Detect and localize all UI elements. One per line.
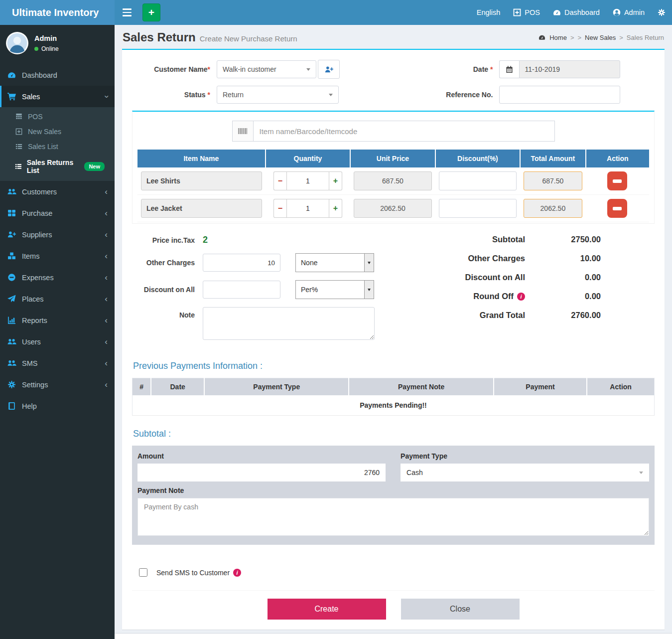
amount-label: Amount bbox=[137, 452, 386, 460]
sidebar-item-places[interactable]: Places ‹ bbox=[0, 288, 115, 310]
caret-down-icon bbox=[364, 281, 374, 299]
quick-add-button[interactable]: + bbox=[142, 3, 160, 21]
language-menu[interactable]: English bbox=[470, 0, 507, 25]
plus-square-icon bbox=[15, 128, 23, 135]
other-charges-input[interactable] bbox=[203, 254, 280, 272]
nav-pos-label: POS bbox=[525, 8, 540, 16]
date-label: Date * bbox=[424, 65, 499, 73]
discount-input[interactable] bbox=[439, 171, 517, 190]
qty-increase-button[interactable]: + bbox=[329, 171, 342, 190]
sidebar-item-settings[interactable]: Settings ‹ bbox=[0, 374, 115, 395]
nav-pos[interactable]: POS bbox=[507, 0, 546, 25]
sidebar-item-users[interactable]: Users ‹ bbox=[0, 331, 115, 352]
sidebar-item-reports[interactable]: Reports ‹ bbox=[0, 310, 115, 331]
chevron-left-icon: ‹ bbox=[105, 275, 108, 280]
sidebar-item-pos[interactable]: POS bbox=[0, 109, 115, 124]
customer-name-label: Customer Name* bbox=[132, 65, 217, 73]
payments-col-date: Date bbox=[151, 378, 204, 396]
items-col-total: Total Amount bbox=[520, 150, 585, 167]
app-brand[interactable]: Ultimate Inventory bbox=[0, 0, 115, 25]
required-marker: * bbox=[490, 65, 493, 73]
create-button[interactable]: Create bbox=[268, 599, 386, 620]
date-input[interactable] bbox=[519, 60, 620, 78]
sidebar-item-help[interactable]: Help bbox=[0, 395, 115, 417]
settings-menu[interactable] bbox=[651, 0, 672, 25]
info-icon[interactable]: i bbox=[517, 293, 525, 301]
items-col-quantity: Quantity bbox=[266, 150, 350, 167]
discount-type-select[interactable]: Per% bbox=[295, 280, 374, 299]
reference-input[interactable] bbox=[499, 86, 620, 104]
sidebar-item-sales[interactable]: Sales ‹ bbox=[0, 86, 115, 107]
book-icon bbox=[7, 402, 16, 410]
payment-type-select[interactable]: Cash bbox=[401, 464, 649, 481]
user-plus-icon bbox=[324, 65, 334, 74]
chevron-left-icon: ‹ bbox=[105, 361, 108, 366]
discount-input[interactable] bbox=[439, 199, 517, 218]
info-icon[interactable]: i bbox=[233, 569, 241, 577]
remove-item-button[interactable] bbox=[607, 171, 627, 190]
note-textarea[interactable] bbox=[203, 307, 375, 340]
chevron-left-icon: ‹ bbox=[105, 232, 108, 237]
sidebar-item-sms[interactable]: SMS ‹ bbox=[0, 352, 115, 374]
close-button[interactable]: Close bbox=[401, 599, 520, 620]
sidebar-item-sales-list[interactable]: Sales List bbox=[0, 139, 115, 154]
grand-total-value: 2760.00 bbox=[525, 311, 601, 320]
total-amount-box: 687.50 bbox=[524, 171, 582, 190]
other-charges-type-select[interactable]: None bbox=[295, 253, 374, 272]
speedometer-icon bbox=[538, 34, 546, 41]
customer-select[interactable]: Walk-in customer bbox=[217, 60, 316, 78]
top-bar: Ultimate Inventory + English POS Dashboa… bbox=[0, 0, 672, 25]
payment-panel: Amount Payment Type Cash Payment Note Pa… bbox=[132, 446, 655, 545]
required-marker: * bbox=[208, 91, 210, 99]
sidebar-item-purchase[interactable]: Purchase ‹ bbox=[0, 202, 115, 224]
sidebar-item-sales-returns-list[interactable]: Sales Returns List New bbox=[0, 154, 115, 179]
sidebar-item-label: Users bbox=[22, 338, 41, 346]
items-col-action: Action bbox=[586, 150, 649, 167]
breadcrumb-new-sales[interactable]: New Sales bbox=[585, 34, 616, 41]
item-search-input[interactable] bbox=[253, 121, 555, 142]
sidebar-item-label: Sales bbox=[22, 93, 40, 101]
sidebar-item-label: Customers bbox=[22, 188, 57, 196]
users-icon bbox=[7, 337, 16, 346]
sidebar-item-dashboard[interactable]: Dashboard bbox=[0, 64, 115, 86]
list-icon bbox=[15, 163, 22, 170]
customer-select-value: Walk-in customer bbox=[223, 65, 276, 73]
qty-input[interactable] bbox=[286, 199, 329, 218]
calendar-icon[interactable] bbox=[499, 60, 519, 78]
sidebar: Admin Online Dashboard Sales ‹ POS New S… bbox=[0, 25, 115, 639]
sidebar-item-new-sales[interactable]: New Sales bbox=[0, 124, 115, 139]
qty-decrease-button[interactable]: − bbox=[273, 199, 286, 218]
sidebar-item-label: Expenses bbox=[22, 274, 54, 282]
breadcrumb-home[interactable]: Home bbox=[549, 34, 567, 41]
user-plus-icon bbox=[7, 230, 16, 239]
status-select[interactable]: Return bbox=[217, 86, 339, 104]
sidebar-item-customers[interactable]: Customers ‹ bbox=[0, 181, 115, 202]
user-menu[interactable]: Admin bbox=[606, 0, 651, 25]
sidebar-item-items[interactable]: Items ‹ bbox=[0, 245, 115, 267]
round-off-label: Round Offi bbox=[473, 292, 525, 301]
remove-item-button[interactable] bbox=[607, 199, 627, 218]
sidebar-menu: Dashboard Sales ‹ POS New Sales Sales Li… bbox=[0, 64, 115, 417]
qty-decrease-button[interactable]: − bbox=[273, 171, 286, 190]
users-icon bbox=[7, 359, 16, 367]
sidebar-toggle-button[interactable] bbox=[115, 0, 139, 25]
breadcrumb-separator: > bbox=[578, 34, 582, 41]
payments-col-payment: Payment bbox=[494, 378, 587, 396]
page-subtitle: Create New Purchase Return bbox=[200, 34, 297, 43]
qty-input[interactable] bbox=[286, 171, 329, 190]
add-customer-button[interactable] bbox=[318, 60, 340, 79]
discount-on-all-input[interactable] bbox=[203, 281, 280, 299]
qty-increase-button[interactable]: + bbox=[329, 199, 342, 218]
send-sms-checkbox[interactable] bbox=[139, 568, 147, 577]
nav-dashboard[interactable]: Dashboard bbox=[546, 0, 606, 25]
sidebar-item-expenses[interactable]: Expenses ‹ bbox=[0, 267, 115, 288]
amount-input[interactable] bbox=[137, 464, 386, 481]
payment-note-textarea[interactable]: Payment By cash bbox=[137, 498, 649, 536]
table-row: Payments Pending!! bbox=[133, 395, 655, 416]
price-inc-tax-label: Price inc.Tax bbox=[132, 236, 203, 244]
sidebar-item-suppliers[interactable]: Suppliers ‹ bbox=[0, 224, 115, 245]
chevron-left-icon: ‹ bbox=[105, 297, 108, 302]
previous-payments-table: # Date Payment Type Payment Note Payment… bbox=[132, 378, 655, 416]
item-search-group bbox=[232, 121, 555, 142]
list-icon bbox=[15, 143, 23, 150]
